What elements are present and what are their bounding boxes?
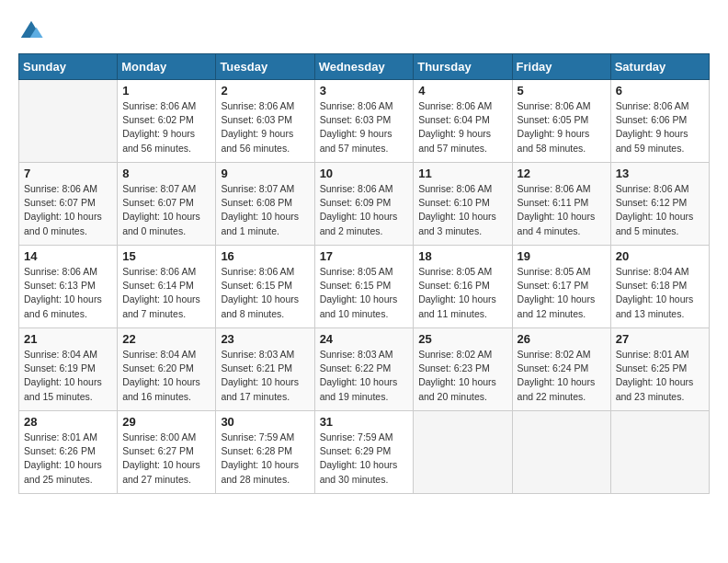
- calendar-cell: 2Sunrise: 8:06 AMSunset: 6:03 PMDaylight…: [216, 80, 314, 163]
- day-number: 3: [320, 84, 409, 98]
- day-number: 6: [616, 84, 704, 98]
- day-info: Sunrise: 8:01 AMSunset: 6:26 PMDaylight:…: [24, 431, 112, 487]
- weekday-header-row: SundayMondayTuesdayWednesdayThursdayFrid…: [19, 54, 710, 80]
- weekday-header-monday: Monday: [118, 54, 216, 80]
- day-number: 11: [418, 167, 506, 180]
- weekday-header-wednesday: Wednesday: [314, 54, 414, 80]
- day-number: 1: [122, 84, 210, 98]
- logo: [18, 18, 48, 44]
- day-number: 4: [418, 84, 506, 98]
- calendar-cell: [414, 411, 512, 494]
- calendar-cell: 20Sunrise: 8:04 AMSunset: 6:18 PMDayligh…: [610, 246, 709, 328]
- day-number: 22: [122, 332, 210, 346]
- calendar-table: SundayMondayTuesdayWednesdayThursdayFrid…: [18, 53, 710, 494]
- weekday-header-thursday: Thursday: [414, 54, 512, 80]
- day-info: Sunrise: 8:05 AMSunset: 6:17 PMDaylight:…: [518, 265, 606, 321]
- calendar-cell: 22Sunrise: 8:04 AMSunset: 6:20 PMDayligh…: [118, 328, 216, 411]
- day-info: Sunrise: 8:06 AMSunset: 6:11 PMDaylight:…: [518, 182, 606, 238]
- page-header: [18, 18, 710, 44]
- day-info: Sunrise: 8:03 AMSunset: 6:22 PMDaylight:…: [320, 348, 409, 404]
- calendar-cell: 3Sunrise: 8:06 AMSunset: 6:03 PMDaylight…: [314, 80, 414, 163]
- day-info: Sunrise: 8:05 AMSunset: 6:16 PMDaylight:…: [418, 265, 506, 321]
- calendar-cell: 23Sunrise: 8:03 AMSunset: 6:21 PMDayligh…: [216, 328, 314, 411]
- day-number: 20: [616, 249, 704, 263]
- day-info: Sunrise: 8:06 AMSunset: 6:04 PMDaylight:…: [418, 99, 506, 155]
- day-number: 16: [221, 249, 309, 263]
- day-number: 31: [320, 415, 409, 429]
- day-number: 23: [221, 332, 309, 346]
- calendar-cell: 30Sunrise: 7:59 AMSunset: 6:28 PMDayligh…: [216, 411, 314, 494]
- calendar-cell: 1Sunrise: 8:06 AMSunset: 6:02 PMDaylight…: [118, 80, 216, 163]
- day-number: 13: [616, 167, 704, 180]
- calendar-week-5: 28Sunrise: 8:01 AMSunset: 6:26 PMDayligh…: [19, 411, 710, 494]
- calendar-cell: [19, 80, 118, 163]
- day-info: Sunrise: 8:01 AMSunset: 6:25 PMDaylight:…: [616, 348, 704, 404]
- day-info: Sunrise: 7:59 AMSunset: 6:28 PMDaylight:…: [221, 431, 309, 487]
- calendar-cell: 15Sunrise: 8:06 AMSunset: 6:14 PMDayligh…: [118, 246, 216, 328]
- day-info: Sunrise: 8:06 AMSunset: 6:03 PMDaylight:…: [320, 99, 409, 155]
- day-info: Sunrise: 8:05 AMSunset: 6:15 PMDaylight:…: [320, 265, 409, 321]
- calendar-cell: 29Sunrise: 8:00 AMSunset: 6:27 PMDayligh…: [118, 411, 216, 494]
- calendar-cell: 31Sunrise: 7:59 AMSunset: 6:29 PMDayligh…: [314, 411, 414, 494]
- calendar-cell: 10Sunrise: 8:06 AMSunset: 6:09 PMDayligh…: [314, 163, 414, 246]
- day-number: 14: [24, 249, 112, 263]
- calendar-cell: 25Sunrise: 8:02 AMSunset: 6:23 PMDayligh…: [414, 328, 512, 411]
- calendar-cell: 18Sunrise: 8:05 AMSunset: 6:16 PMDayligh…: [414, 246, 512, 328]
- calendar-week-4: 21Sunrise: 8:04 AMSunset: 6:19 PMDayligh…: [19, 328, 710, 411]
- calendar-cell: 4Sunrise: 8:06 AMSunset: 6:04 PMDaylight…: [414, 80, 512, 163]
- day-number: 9: [221, 167, 309, 180]
- day-number: 30: [221, 415, 309, 429]
- day-number: 28: [24, 415, 112, 429]
- day-number: 27: [616, 332, 704, 346]
- calendar-cell: 9Sunrise: 8:07 AMSunset: 6:08 PMDaylight…: [216, 163, 314, 246]
- day-info: Sunrise: 8:02 AMSunset: 6:24 PMDaylight:…: [518, 348, 606, 404]
- calendar-body: 1Sunrise: 8:06 AMSunset: 6:02 PMDaylight…: [19, 80, 710, 494]
- day-number: 12: [518, 167, 606, 180]
- day-info: Sunrise: 8:06 AMSunset: 6:05 PMDaylight:…: [518, 99, 606, 155]
- day-number: 24: [320, 332, 409, 346]
- day-info: Sunrise: 8:06 AMSunset: 6:03 PMDaylight:…: [221, 99, 309, 155]
- calendar-cell: [512, 411, 610, 494]
- calendar-cell: [610, 411, 709, 494]
- calendar-cell: 17Sunrise: 8:05 AMSunset: 6:15 PMDayligh…: [314, 246, 414, 328]
- day-number: 10: [320, 167, 409, 180]
- weekday-header-saturday: Saturday: [610, 54, 709, 80]
- day-info: Sunrise: 8:06 AMSunset: 6:10 PMDaylight:…: [418, 182, 506, 238]
- day-info: Sunrise: 7:59 AMSunset: 6:29 PMDaylight:…: [320, 431, 409, 487]
- calendar-week-1: 1Sunrise: 8:06 AMSunset: 6:02 PMDaylight…: [19, 80, 710, 163]
- day-info: Sunrise: 8:06 AMSunset: 6:09 PMDaylight:…: [320, 182, 409, 238]
- day-number: 25: [418, 332, 506, 346]
- calendar-week-3: 14Sunrise: 8:06 AMSunset: 6:13 PMDayligh…: [19, 246, 710, 328]
- day-info: Sunrise: 8:06 AMSunset: 6:13 PMDaylight:…: [24, 265, 112, 321]
- day-number: 2: [221, 84, 309, 98]
- calendar-cell: 6Sunrise: 8:06 AMSunset: 6:06 PMDaylight…: [610, 80, 709, 163]
- day-number: 26: [518, 332, 606, 346]
- day-info: Sunrise: 8:00 AMSunset: 6:27 PMDaylight:…: [122, 431, 210, 487]
- weekday-header-tuesday: Tuesday: [216, 54, 314, 80]
- day-number: 17: [320, 249, 409, 263]
- calendar-cell: 7Sunrise: 8:06 AMSunset: 6:07 PMDaylight…: [19, 163, 118, 246]
- day-number: 21: [24, 332, 112, 346]
- calendar-cell: 14Sunrise: 8:06 AMSunset: 6:13 PMDayligh…: [19, 246, 118, 328]
- weekday-header-sunday: Sunday: [19, 54, 118, 80]
- day-number: 18: [418, 249, 506, 263]
- calendar-week-2: 7Sunrise: 8:06 AMSunset: 6:07 PMDaylight…: [19, 163, 710, 246]
- day-info: Sunrise: 8:04 AMSunset: 6:20 PMDaylight:…: [122, 348, 210, 404]
- calendar-cell: 28Sunrise: 8:01 AMSunset: 6:26 PMDayligh…: [19, 411, 118, 494]
- day-info: Sunrise: 8:06 AMSunset: 6:15 PMDaylight:…: [221, 265, 309, 321]
- calendar-cell: 19Sunrise: 8:05 AMSunset: 6:17 PMDayligh…: [512, 246, 610, 328]
- day-number: 15: [122, 249, 210, 263]
- day-info: Sunrise: 8:04 AMSunset: 6:18 PMDaylight:…: [616, 265, 704, 321]
- day-info: Sunrise: 8:06 AMSunset: 6:07 PMDaylight:…: [24, 182, 112, 238]
- day-info: Sunrise: 8:07 AMSunset: 6:08 PMDaylight:…: [221, 182, 309, 238]
- calendar-cell: 12Sunrise: 8:06 AMSunset: 6:11 PMDayligh…: [512, 163, 610, 246]
- calendar-cell: 27Sunrise: 8:01 AMSunset: 6:25 PMDayligh…: [610, 328, 709, 411]
- calendar-cell: 16Sunrise: 8:06 AMSunset: 6:15 PMDayligh…: [216, 246, 314, 328]
- day-info: Sunrise: 8:04 AMSunset: 6:19 PMDaylight:…: [24, 348, 112, 404]
- calendar-cell: 8Sunrise: 8:07 AMSunset: 6:07 PMDaylight…: [118, 163, 216, 246]
- calendar-cell: 26Sunrise: 8:02 AMSunset: 6:24 PMDayligh…: [512, 328, 610, 411]
- day-info: Sunrise: 8:06 AMSunset: 6:06 PMDaylight:…: [616, 99, 704, 155]
- day-info: Sunrise: 8:06 AMSunset: 6:12 PMDaylight:…: [616, 182, 704, 238]
- day-info: Sunrise: 8:06 AMSunset: 6:14 PMDaylight:…: [122, 265, 210, 321]
- calendar-cell: 21Sunrise: 8:04 AMSunset: 6:19 PMDayligh…: [19, 328, 118, 411]
